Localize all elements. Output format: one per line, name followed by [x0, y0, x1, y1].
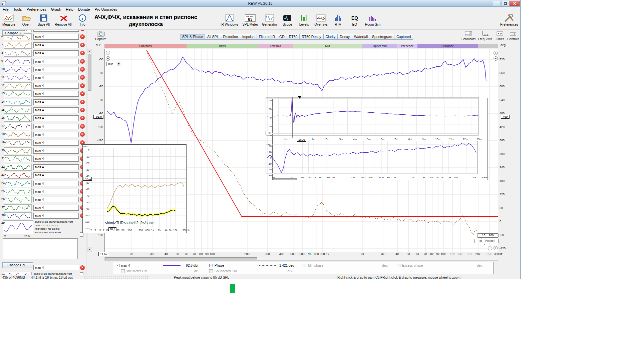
- maximize-button[interactable]: [501, 1, 509, 6]
- tab-spl-phase[interactable]: SPL & Phase: [180, 34, 205, 40]
- measurement-row[interactable]: 14мая 4✕: [0, 98, 86, 106]
- measurement-name-field[interactable]: мая 4: [33, 140, 79, 146]
- tab-decay[interactable]: Decay: [337, 34, 352, 40]
- capture-button[interactable]: Capture: [94, 30, 107, 41]
- tab-filtered-ir[interactable]: Filtered IR: [257, 34, 277, 40]
- measurement-name-field[interactable]: мая 4: [33, 189, 79, 194]
- open-button[interactable]: Open: [20, 13, 33, 26]
- thd-inset-chart[interactable]: dBu -44,1 18,4 <html>THD<sub>H2..9</sub>…: [82, 144, 187, 233]
- delete-measurement-button[interactable]: ✕: [80, 116, 85, 120]
- scroll-down-arrow[interactable]: ▼: [87, 247, 92, 252]
- tab-rt60-decay[interactable]: RT60 Decay: [299, 34, 323, 40]
- save-all-button[interactable]: Save All: [37, 13, 50, 26]
- delete-measurement-button[interactable]: ✕: [80, 100, 85, 104]
- tab-all-spl[interactable]: All SPL: [205, 34, 221, 40]
- phase-checkbox[interactable]: ✓: [209, 264, 213, 267]
- menu-graph[interactable]: Graph: [49, 7, 64, 12]
- measurement-notes-box[interactable]: [3, 238, 78, 259]
- measurement-name-field[interactable]: мая 4: [33, 265, 79, 270]
- controls-button[interactable]: Controls: [506, 30, 520, 41]
- preferences-button[interactable]: Preferences: [500, 13, 518, 26]
- spl-meter-button[interactable]: dB SPL83 SPL Meter: [242, 13, 258, 26]
- tab-distortion[interactable]: Distortion: [221, 34, 240, 40]
- measurement-row[interactable]: 30 включение фильтра после тем: [0, 272, 86, 275]
- delete-measurement-button[interactable]: ✕: [80, 34, 85, 39]
- collapse-button[interactable]: Collapse «: [2, 30, 24, 36]
- measurement-name-field[interactable]: мая 4: [33, 181, 79, 186]
- zoom-in-right-button[interactable]: +: [494, 51, 498, 55]
- freq-range-button[interactable]: 10 .. 200: [477, 233, 499, 238]
- measure-button[interactable]: Measure: [2, 13, 15, 26]
- zoom-out-y-button[interactable]: −: [106, 56, 110, 61]
- measurement-name-field[interactable]: мая 4: [33, 107, 79, 113]
- measurement-row[interactable]: 27мая 4✕: [0, 204, 86, 212]
- delete-measurement-button[interactable]: ✕: [80, 132, 85, 137]
- excess-phase-checkbox[interactable]: [397, 264, 400, 267]
- measurement-name-field[interactable]: мая 4: [33, 91, 79, 97]
- measurement-name-field[interactable]: мая 4: [33, 197, 79, 202]
- measurement-name-field[interactable]: мая 4: [33, 115, 79, 121]
- scrollbar-thumb[interactable]: [105, 257, 257, 260]
- measurement-name-field[interactable]: мая 4: [33, 156, 79, 162]
- chart-h-scrollbar[interactable]: [104, 257, 498, 261]
- close-button[interactable]: [510, 1, 520, 6]
- soundcard-cal-checkbox[interactable]: [209, 269, 213, 273]
- measurement-name-field[interactable]: мая 4: [33, 34, 79, 40]
- freq-axis-button[interactable]: Freq. Axis: [477, 30, 493, 41]
- measurement-row[interactable]: 11мая 4✕: [0, 74, 86, 82]
- zoom-in-x-button[interactable]: +: [494, 246, 498, 250]
- measurement-name-field[interactable]: мая 4: [33, 67, 79, 72]
- scroll-up-arrow[interactable]: ▲: [87, 49, 92, 53]
- change-cal-button[interactable]: Change Cal...: [2, 262, 33, 268]
- measurement-row[interactable]: 16мая 4✕: [0, 114, 86, 122]
- remove-all-button[interactable]: Remove All: [55, 13, 72, 26]
- delete-measurement-button[interactable]: ✕: [80, 59, 85, 64]
- tab-captured[interactable]: Captured: [394, 34, 413, 40]
- measurement-row[interactable]: 13мая 4✕: [0, 90, 86, 98]
- zoom-out-right-button[interactable]: −: [494, 56, 498, 61]
- measurement-row[interactable]: 15мая 4✕: [0, 106, 86, 114]
- scrollbars-button[interactable]: Scrollbars: [460, 30, 477, 41]
- tab-waterfall[interactable]: Waterfall: [352, 34, 370, 40]
- delete-measurement-button[interactable]: ✕: [80, 51, 85, 55]
- measurement-name-field[interactable]: мая 4: [33, 59, 79, 64]
- delete-measurement-button[interactable]: ✕: [80, 91, 85, 96]
- tab-spectrogram[interactable]: Spectrogram: [370, 34, 394, 40]
- zoom-in-y-button[interactable]: +: [106, 51, 110, 55]
- measurement-name-field[interactable]: мая 4: [33, 164, 79, 170]
- scope-button[interactable]: Scope: [281, 13, 294, 26]
- measurement-name-field[interactable]: мая 4: [33, 148, 79, 154]
- measurement-name-field[interactable]: мая 4: [33, 99, 79, 105]
- measurement-name-field[interactable]: мая 4: [33, 83, 79, 89]
- measurement-row[interactable]: 28мая 4✕: [0, 212, 86, 220]
- measurement-row[interactable]: 10мая 4✕: [0, 66, 86, 74]
- rta-button[interactable]: RTA: [332, 13, 344, 26]
- measurement-row[interactable]: 26мая 4✕: [0, 196, 86, 204]
- measurement-row[interactable]: 23мая 4✕: [0, 171, 86, 179]
- y-axis-unit-selector[interactable]: dBr ▼: [106, 62, 121, 66]
- menu-donate[interactable]: Donate: [76, 7, 92, 12]
- eq-button[interactable]: EQ EQ: [348, 13, 361, 26]
- zoom-out-x-button[interactable]: −: [488, 246, 492, 250]
- delete-measurement-button[interactable]: ✕: [80, 83, 85, 88]
- ir-windows-button[interactable]: IR Windows: [221, 13, 238, 26]
- measurement-row[interactable]: 12мая 4✕: [0, 82, 86, 90]
- measurement-row[interactable]: 17мая 4✕: [0, 123, 86, 131]
- measurement-name-field[interactable]: мая 4: [33, 75, 79, 80]
- min-phase-checkbox[interactable]: [303, 264, 306, 267]
- measurement-row[interactable]: 20мая 4✕: [0, 147, 86, 155]
- room-sim-button[interactable]: Room Sim: [365, 13, 381, 26]
- overlays-button[interactable]: Overlays: [314, 13, 327, 26]
- measurement-row[interactable]: 22мая 4✕: [0, 163, 86, 171]
- info-button[interactable]: i Info: [76, 13, 89, 26]
- menu-tools[interactable]: Tools: [11, 7, 24, 12]
- measurement-name-field[interactable]: мая 4: [33, 132, 79, 137]
- scrollbar-thumb[interactable]: [88, 54, 91, 91]
- measurement-row[interactable]: 18мая 4✕: [0, 131, 86, 139]
- menu-help[interactable]: Help: [63, 7, 76, 12]
- menu-file[interactable]: File: [0, 7, 11, 12]
- delete-measurement-button[interactable]: ✕: [80, 30, 85, 31]
- measurement-name-field[interactable]: мая 4: [33, 213, 79, 219]
- inset-scrollbar-thumb[interactable]: [273, 178, 297, 180]
- trace-checkbox[interactable]: ✓: [116, 264, 119, 267]
